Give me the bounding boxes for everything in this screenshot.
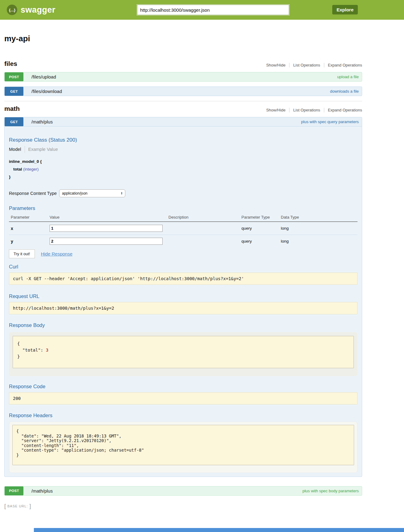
base-url-footer: [ BASE URL: ] (4, 503, 404, 510)
endpoint-row-math-plus-post[interactable]: POST /math/plus plus with spec body para… (4, 486, 362, 496)
model-close: } (9, 173, 358, 181)
content-wrap: my-api files Show/Hide List Operations E… (0, 34, 362, 496)
expand-operations-link[interactable]: Expand Operations (328, 63, 362, 67)
separator (324, 108, 324, 112)
param-type: query (241, 226, 281, 231)
list-operations-link[interactable]: List Operations (293, 63, 320, 67)
param-y-input[interactable] (50, 238, 163, 245)
hide-response-link[interactable]: Hide Response (41, 251, 73, 256)
response-body-json: { "total": 3 } (13, 336, 354, 368)
operation-content: Response Class (Status 200) Model Exampl… (4, 127, 362, 477)
endpoint-path[interactable]: /math/plus (31, 488, 53, 494)
section-controls: Show/Hide List Operations Expand Operati… (266, 63, 362, 67)
section-controls: Show/Hide List Operations Expand Operati… (266, 108, 362, 112)
separator (289, 63, 289, 67)
show-hide-link[interactable]: Show/Hide (266, 63, 285, 67)
selected-content-type: application/json (62, 191, 87, 195)
endpoint-row-files-upload[interactable]: POST /files/upload upload a file (4, 72, 362, 82)
response-body-heading: Response Body (9, 322, 358, 328)
method-badge-post[interactable]: POST (5, 486, 23, 495)
param-data-type: long (281, 239, 358, 244)
col-parameter: Parameter (11, 215, 50, 220)
request-url-value: http://localhost:3000/math/plus?x=1&y=2 (9, 302, 358, 314)
endpoint-path[interactable]: /files/upload (31, 74, 56, 79)
endpoint-path[interactable]: /files/download (31, 89, 62, 94)
page-title: my-api (4, 34, 362, 43)
operation-get-math-plus: GET /math/plus plus with spec query para… (4, 117, 362, 477)
bottom-bar (34, 528, 404, 532)
endpoint-path[interactable]: /math/plus (31, 119, 53, 124)
parameters-table: Parameter Value Description Parameter Ty… (9, 214, 358, 248)
base-url-label: BASE URL: (7, 504, 28, 508)
param-type: query (241, 239, 281, 244)
endpoint-description-link[interactable]: upload a file (337, 75, 359, 79)
col-data-type: Data Type (281, 215, 358, 220)
select-arrows-icon: ▲▼ (121, 192, 123, 195)
endpoint-row-math-plus-get[interactable]: GET /math/plus plus with spec query para… (4, 117, 362, 127)
param-x-input[interactable] (50, 225, 163, 232)
try-it-out-button[interactable]: Try it out! (9, 249, 35, 258)
section-files: files Show/Hide List Operations Expand O… (4, 60, 362, 96)
response-body-number: 3 (46, 348, 48, 353)
parameters-header-row: Parameter Value Description Parameter Ty… (9, 214, 358, 222)
endpoint-description-link[interactable]: plus with spec query parameters (301, 119, 359, 124)
method-badge-get[interactable]: GET (5, 87, 23, 96)
expand-operations-link[interactable]: Expand Operations (328, 108, 362, 112)
model-signature: inline_model_0 { total (integer) } (9, 158, 358, 181)
response-headers-block: { "date": "Wed, 22 Aug 2018 18:49:13 GMT… (9, 421, 358, 473)
response-code-heading: Response Code (9, 384, 358, 389)
param-row-y: y query long (9, 235, 358, 248)
request-url-heading: Request URL (9, 293, 358, 299)
response-class-heading: Response Class (Status 200) (9, 137, 358, 143)
method-badge-get[interactable]: GET (5, 117, 23, 126)
response-headers-json: { "date": "Wed, 22 Aug 2018 18:49:13 GMT… (12, 425, 354, 465)
tab-example-value[interactable]: Example Value (28, 147, 58, 152)
show-hide-link[interactable]: Show/Hide (266, 108, 285, 112)
separator (324, 63, 324, 67)
spec-url-input[interactable] (137, 5, 289, 15)
section-title-files: files (4, 60, 17, 67)
swagger-logo-icon: {…} (7, 5, 17, 15)
parameters-heading: Parameters (9, 205, 358, 211)
brand-title: swagger (21, 5, 55, 15)
col-parameter-type: Parameter Type (241, 215, 281, 220)
bracket-close: ] (29, 503, 31, 510)
response-body-block: { "total": 3 } (9, 332, 358, 376)
section-divider (4, 101, 362, 101)
response-content-type-select[interactable]: application/json ▲▼ (59, 189, 125, 197)
col-value: Value (50, 215, 168, 220)
endpoint-row-files-download[interactable]: GET /files/download downloads a file (4, 87, 362, 96)
separator (25, 146, 25, 153)
param-data-type: long (281, 226, 358, 231)
section-title-math: math (4, 105, 20, 112)
param-row-x: x query long (9, 222, 358, 235)
response-code-value: 200 (9, 392, 358, 405)
separator (289, 108, 289, 112)
list-operations-link[interactable]: List Operations (293, 108, 320, 112)
bracket-open: [ (4, 503, 6, 510)
model-open: inline_model_0 { (9, 158, 358, 165)
endpoint-description-link[interactable]: downloads a file (330, 89, 359, 94)
response-content-type-label: Response Content Type (9, 191, 57, 196)
endpoint-description-link[interactable]: plus with spec body parameters (302, 489, 359, 493)
section-math: math Show/Hide List Operations Expand Op… (4, 105, 362, 496)
model-property-type: (integer) (23, 167, 38, 171)
response-headers-heading: Response Headers (9, 413, 358, 418)
curl-heading: Curl (9, 264, 358, 270)
model-property-name: total (13, 167, 22, 171)
header-bar: {…} swagger Explore (0, 0, 404, 20)
model-tabs: Model Example Value (9, 146, 358, 153)
method-badge-post[interactable]: POST (5, 72, 23, 81)
tab-model[interactable]: Model (9, 147, 21, 152)
col-description: Description (168, 215, 241, 220)
param-name: x (11, 226, 50, 231)
param-name: y (11, 239, 50, 244)
explore-button[interactable]: Explore (332, 5, 358, 14)
curl-command: curl -X GET --header 'Accept: applicatio… (9, 272, 358, 285)
